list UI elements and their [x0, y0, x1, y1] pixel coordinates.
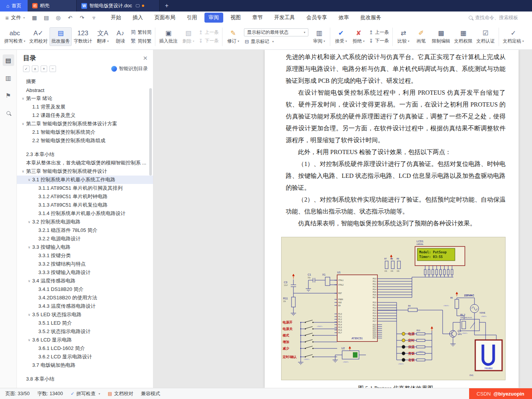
- chevron-down-icon[interactable]: ∨: [20, 122, 26, 126]
- tab-home[interactable]: ⌂ 首页: [0, 0, 28, 11]
- chevron-down-icon[interactable]: ∨: [20, 169, 26, 173]
- status-proofread-button[interactable]: ▤ 文档校对: [108, 391, 133, 397]
- menu-item[interactable]: 引用: [183, 13, 201, 23]
- toc-item[interactable]: 3.1.2 AT89C51 单片机时钟电路: [17, 192, 153, 201]
- chevron-down-icon[interactable]: ∨: [26, 313, 32, 317]
- compare-button[interactable]: ⇄比较▾: [395, 27, 412, 46]
- simp-to-trad-button[interactable]: 繁简转繁: [131, 38, 152, 44]
- command-search[interactable]: 查找命令、搜索模板: [469, 15, 519, 21]
- menu-item[interactable]: 页面布局: [150, 13, 180, 23]
- doc-permission-button[interactable]: ▦文档权限: [452, 27, 474, 46]
- markup-state-dropdown[interactable]: 显示标记的最终状态▾: [244, 28, 308, 36]
- toc-checkbox-icon[interactable]: ✓: [23, 66, 30, 72]
- chevron-down-icon[interactable]: ∨: [26, 279, 32, 283]
- menu-item[interactable]: 视图: [226, 13, 245, 23]
- spellcheck-button[interactable]: abc拼写检查▾: [2, 27, 27, 46]
- toc-item[interactable]: ∨第二章 智能电饭煲控制系统整体设计方案: [17, 120, 153, 128]
- status-word-count[interactable]: 字数: 13400: [37, 391, 63, 397]
- smart-toc-button[interactable]: 智能识别目录: [111, 66, 148, 72]
- menu-item[interactable]: 效率: [334, 13, 353, 23]
- proofread-button[interactable]: A✓文档校对: [27, 27, 49, 46]
- new-tab-button[interactable]: +: [160, 0, 174, 11]
- toc-item[interactable]: 3.6.1 LCD-1602 简介: [17, 344, 153, 353]
- restrict-edit-button[interactable]: ▩限制编辑: [430, 27, 452, 46]
- search-icon[interactable]: [3, 107, 14, 119]
- toc-item[interactable]: 2.1 智能电饭煲控制系统简介: [17, 128, 153, 136]
- toc-item[interactable]: 3.1.3 AT89C51 单片机复位电路: [17, 201, 153, 209]
- toc-item[interactable]: 2.2 智能电饭煲控制系统电路组成: [17, 136, 153, 145]
- toc-item[interactable]: ∨第一章 绪论: [17, 94, 153, 103]
- correction-button[interactable]: ▤批改服务: [49, 27, 72, 46]
- redo-icon[interactable]: ↷: [79, 14, 86, 21]
- toc-item[interactable]: ∨3.4 温度传感器电路: [17, 277, 153, 285]
- menu-item[interactable]: 开始: [107, 13, 125, 23]
- toc-item[interactable]: 3.8 本章小结: [17, 375, 153, 383]
- close-icon[interactable]: ✕: [143, 55, 148, 62]
- translate-button[interactable]: 文A翻译▾: [94, 27, 112, 46]
- toc-item[interactable]: 3.7 电饭锅加热电路: [17, 361, 153, 369]
- file-menu-button[interactable]: ≡ 文件 ▾: [5, 14, 25, 21]
- pen-button[interactable]: ✐画笔: [412, 27, 430, 46]
- toc-item[interactable]: 3.3.1 按键分类: [17, 251, 153, 260]
- toc-item[interactable]: 3.2.2 电源电路设计: [17, 235, 153, 243]
- toc-item[interactable]: 3.1.4 控制系统单片机最小系统电路设计: [17, 209, 153, 218]
- toc-item[interactable]: ∨3.5 LED 状态指示电路: [17, 310, 153, 319]
- undo-icon[interactable]: ↶: [67, 14, 74, 21]
- save-icon[interactable]: ▦: [31, 14, 38, 21]
- toc-item[interactable]: 3.4.1 DS18B20 简介: [17, 285, 153, 294]
- toc-item[interactable]: ∨3.1 控制系统单片机最小系统工作电路: [17, 176, 153, 184]
- show-markup-button[interactable]: ⊟显示标记▾: [244, 38, 308, 45]
- doc-certify-button[interactable]: ☑文档认证: [474, 27, 497, 46]
- toc-item[interactable]: 3.2.1 稳压器件 78L05 简介: [17, 226, 153, 235]
- toc-item[interactable]: 1.1 背景及发展: [17, 103, 153, 111]
- toc-item[interactable]: 3.4.3 温度传感器电路设计: [17, 302, 153, 310]
- delete-button[interactable]: ▧删除▾: [180, 27, 197, 46]
- toc-item[interactable]: 1.2 课题任务及意义: [17, 111, 153, 120]
- chevron-down-icon[interactable]: ∨: [26, 178, 32, 182]
- trad-to-simp-button[interactable]: 简繁转简: [131, 29, 152, 36]
- reject-button[interactable]: ✘拒绝▾: [350, 27, 367, 46]
- review-button[interactable]: ▥审阅▾: [310, 27, 328, 46]
- toc-item[interactable]: 3.4.2DS18B20 的使用方法: [17, 294, 153, 302]
- outline-icon[interactable]: ▤: [3, 54, 14, 66]
- wordcount-button[interactable]: 123字数统计: [72, 27, 94, 46]
- toc-item[interactable]: 3.6.2 LCD 显示电路设计: [17, 353, 153, 361]
- prev-revision-button[interactable]: ↥上一条: [369, 29, 389, 36]
- insert-comment-button[interactable]: ▣插入批注: [157, 27, 180, 46]
- more-icon[interactable]: ▿: [91, 14, 97, 21]
- finalize-button[interactable]: ✓文档定稿▾: [501, 27, 526, 46]
- toc-item[interactable]: 本章从整体出发，首先确定电饭煲的模糊智能控制系 ...: [17, 159, 153, 167]
- chevron-down-icon[interactable]: ∨: [26, 338, 32, 342]
- read-aloud-button[interactable]: A♪朗读: [112, 27, 129, 46]
- next-revision-button[interactable]: ↧下一条: [369, 38, 389, 44]
- toc-item[interactable]: 3.1.1 AT89C51 单片机的引脚及其排列: [17, 184, 153, 192]
- prev-comment-button[interactable]: ↥上一条: [199, 29, 219, 36]
- status-spellcheck-button[interactable]: ✓ 拼写检查 ▾: [71, 391, 100, 397]
- toc-item[interactable]: 3.5.1 LED 简介: [17, 319, 153, 327]
- status-page-indicator[interactable]: 页面: 33/50: [5, 391, 30, 397]
- menu-item[interactable]: 审阅: [204, 13, 223, 23]
- toc-item[interactable]: 3.3.2 按键结构与特点: [17, 260, 153, 268]
- menu-item[interactable]: 插入: [128, 13, 147, 23]
- toc-item[interactable]: 3.5.2 状态指示电路设计: [17, 327, 153, 336]
- chevron-down-icon[interactable]: ∨: [20, 97, 26, 100]
- toc-item[interactable]: 3.3.3 按键输入电路设计: [17, 268, 153, 277]
- bookmark-icon[interactable]: ⚑: [3, 90, 14, 101]
- tab-docer[interactable]: 稻 稻壳: [28, 0, 77, 11]
- toc-item[interactable]: ∨第三章 智能电饭煲控制系统硬件设计: [17, 167, 153, 176]
- track-changes-button[interactable]: ✎修订▾: [224, 27, 242, 46]
- toc-item[interactable]: ∨3.6 LCD 显示电路: [17, 336, 153, 344]
- next-comment-button[interactable]: ↧下一条: [199, 38, 219, 44]
- toc-item[interactable]: ∨3.2 控制系统电源电路: [17, 218, 153, 226]
- catalog-icon[interactable]: ▥: [3, 72, 14, 84]
- print-icon[interactable]: ▤: [43, 14, 50, 21]
- chevron-down-icon[interactable]: ∨: [26, 245, 32, 249]
- toc-item[interactable]: ∨3.3 按键输入电路: [17, 243, 153, 251]
- toc-item[interactable]: Abstract: [17, 86, 153, 94]
- toc-expand-plus-icon[interactable]: +: [41, 66, 47, 72]
- menu-item[interactable]: 批改服务: [356, 13, 385, 23]
- toc-scrollbar[interactable]: [149, 88, 152, 176]
- menu-item[interactable]: 开发工具: [270, 13, 299, 23]
- tab-document[interactable]: W 智能电饭煲设计.doc: [77, 0, 160, 11]
- print-preview-icon[interactable]: ◎: [55, 14, 62, 21]
